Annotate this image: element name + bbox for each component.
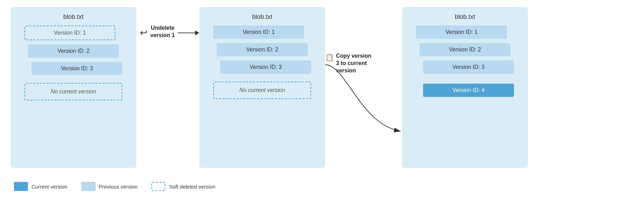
version-row-v1-c3: Version ID: 1 [416, 26, 507, 41]
blob-container-3: blob.txt Version ID: 1 Version ID: 2 Ver… [402, 7, 528, 168]
legend-item-current: Current version [14, 182, 67, 191]
versions-area-1: Version ID: 1 Version ID: 2 Version ID: … [17, 26, 129, 79]
main-diagram: blob.txt Version ID: 1 Version ID: 2 Ver… [10, 7, 634, 178]
version-row-v2-c3: Version ID: 2 [420, 43, 510, 58]
version-box-v1-c1: Version ID: 1 [24, 26, 115, 40]
legend-item-previous: Previous version [81, 182, 138, 191]
legend-deleted-box [151, 182, 165, 191]
diagonal-arrow-svg [325, 61, 402, 138]
version-box-v2-c2: Version ID: 2 [217, 43, 308, 56]
legend-previous-box [81, 182, 95, 191]
arrow1-label: Undelete version 1 [150, 24, 175, 39]
version-box-v1-c3: Version ID: 1 [416, 26, 507, 39]
legend-previous-label: Previous version [99, 184, 138, 190]
version-row-v2-c2: Version ID: 2 [217, 43, 308, 58]
arrow-area-2: 📋 Copy version 3 to current version [325, 7, 402, 168]
blob-title-1: blob.txt [63, 13, 84, 21]
blob-container-1: blob.txt Version ID: 1 Version ID: 2 Ver… [10, 7, 136, 168]
undelete-icon: ↩ [140, 27, 148, 38]
version-row-v1-c2: Version ID: 1 [213, 26, 304, 41]
legend-item-deleted: Soft deleted version [151, 182, 215, 191]
legend-current-box [14, 182, 28, 191]
version-row-v3-c1: Version ID: 3 [31, 62, 122, 77]
version-row-v4-c3: Version ID: 4 [423, 84, 514, 99]
version-box-v4-c3: Version ID: 4 [423, 84, 514, 97]
versions-area-2: Version ID: 1 Version ID: 2 Version ID: … [206, 26, 318, 78]
arrow-area-1: ↩ Undelete version 1 [136, 7, 199, 168]
no-current-label-2: No current version [213, 82, 311, 99]
version-box-v3-c1: Version ID: 3 [31, 62, 122, 75]
copy-icon: 📋 [325, 53, 334, 62]
version-box-v1-c2: Version ID: 1 [213, 26, 304, 39]
version-box-v2-c1: Version ID: 2 [28, 44, 119, 58]
versions-area-3: Version ID: 1 Version ID: 2 Version ID: … [409, 26, 521, 101]
legend: Current version Previous version Soft de… [10, 182, 215, 191]
version-row-v3-c3: Version ID: 3 [423, 61, 514, 76]
legend-current-label: Current version [31, 184, 67, 190]
legend-deleted-label: Soft deleted version [169, 184, 215, 190]
version-box-v3-c3: Version ID: 3 [423, 61, 514, 74]
blob-title-3: blob.txt [455, 13, 475, 21]
version-box-v2-c3: Version ID: 2 [420, 43, 510, 56]
version-box-v3-c2: Version ID: 3 [220, 61, 311, 74]
version-row-v3-c2: Version ID: 3 [220, 61, 311, 76]
version-row-v1-c1: Version ID: 1 [24, 26, 115, 42]
blob-container-2: blob.txt Version ID: 1 Version ID: 2 Ver… [199, 7, 325, 168]
version-row-v2-c1: Version ID: 2 [28, 44, 119, 60]
blob-title-2: blob.txt [252, 13, 272, 21]
no-current-label-1: No current version [24, 83, 122, 100]
